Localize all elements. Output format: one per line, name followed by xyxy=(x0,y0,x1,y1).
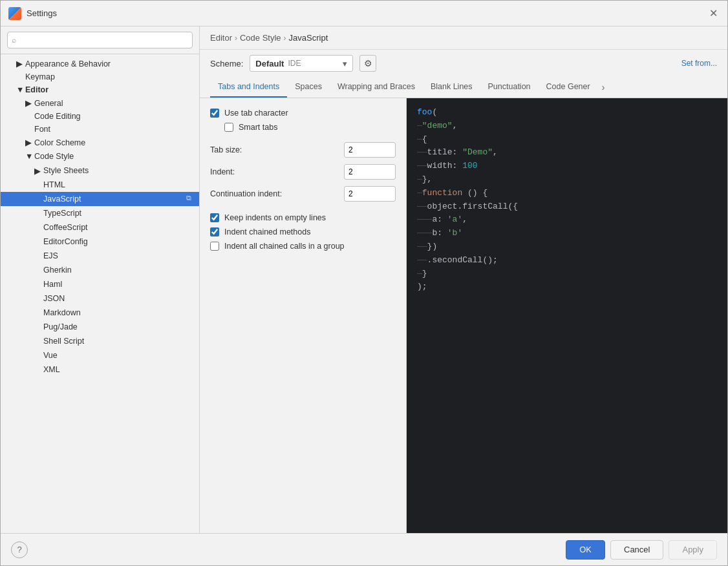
indent-input[interactable] xyxy=(344,164,396,180)
breadcrumb: Editor › Code Style › JavaScript xyxy=(200,26,727,50)
search-input[interactable] xyxy=(7,32,193,48)
tabs-row: Tabs and Indents Spaces Wrapping and Bra… xyxy=(200,77,727,98)
sidebar-item-label: Gherkin xyxy=(43,266,184,275)
sidebar-item-json[interactable]: JSON ⧉ xyxy=(1,291,199,306)
tab-spaces[interactable]: Spaces xyxy=(287,77,330,98)
sidebar-item-pug-jade[interactable]: Pug/Jade ⧉ xyxy=(1,320,199,334)
scheme-dropdown[interactable]: Default IDE ▾ xyxy=(250,55,353,72)
code-preview: foo( —"demo", —{ ——title: "Demo", ——widt… xyxy=(407,98,727,533)
apply-button[interactable]: Apply xyxy=(669,540,717,560)
checkbox-keep-indents[interactable]: Keep indents on empty lines xyxy=(210,213,396,222)
keep-indents-label: Keep indents on empty lines xyxy=(224,213,326,222)
code-line: —function () { xyxy=(417,187,717,200)
arrow-icon: ▶ xyxy=(16,59,25,68)
sidebar-item-gherkin[interactable]: Gherkin ⧉ xyxy=(1,263,199,277)
arrow-icon: ▶ xyxy=(34,166,43,176)
tab-size-input[interactable] xyxy=(344,142,396,158)
help-icon: ? xyxy=(17,545,21,554)
sidebar-item-shell-script[interactable]: Shell Script ⧉ xyxy=(1,334,199,348)
use-tab-checkbox[interactable] xyxy=(210,109,219,118)
sidebar-item-appearance[interactable]: ▶ Appearance & Behavior xyxy=(1,57,199,70)
keep-indents-checkbox[interactable] xyxy=(210,213,219,222)
ok-button[interactable]: OK xyxy=(566,540,605,560)
tab-size-label: Tab size: xyxy=(210,145,339,154)
sidebar-item-haml[interactable]: Haml ⧉ xyxy=(1,277,199,291)
arrow-icon: ▼ xyxy=(25,152,34,161)
sidebar-item-label: Code Editing xyxy=(34,112,194,121)
sidebar-item-label: TypeScript xyxy=(43,209,184,218)
code-line: —"demo", xyxy=(417,120,717,133)
code-line: —}, xyxy=(417,173,717,187)
sidebar-item-xml[interactable]: XML ⧉ xyxy=(1,362,199,377)
scheme-sub: IDE xyxy=(288,59,301,68)
sidebar-item-label: Shell Script xyxy=(43,337,184,346)
indent-chained-checkbox[interactable] xyxy=(210,227,219,236)
sidebar-item-label: Font xyxy=(34,125,194,134)
sidebar-item-editor[interactable]: ▼ Editor xyxy=(1,83,199,96)
code-line: ——.secondCall(); xyxy=(417,254,717,267)
code-line: ——}) xyxy=(417,240,717,254)
scheme-row: Scheme: Default IDE ▾ ⚙ Set from... xyxy=(200,50,727,77)
more-tabs-button[interactable]: › xyxy=(598,77,609,98)
sidebar-item-label: XML xyxy=(43,365,184,374)
set-from-link[interactable]: Set from... xyxy=(681,59,717,68)
tab-tabs-and-indents[interactable]: Tabs and Indents xyxy=(210,77,287,98)
code-line: ———a: 'a', xyxy=(417,213,717,227)
tab-blank-lines[interactable]: Blank Lines xyxy=(423,77,480,98)
code-line: —} xyxy=(417,267,717,281)
use-tab-label: Use tab character xyxy=(224,109,288,118)
sidebar-item-keymap[interactable]: Keymap xyxy=(1,70,199,83)
sidebar-item-color-scheme[interactable]: ▶ Color Scheme xyxy=(1,136,199,149)
sidebar-item-label: Editor xyxy=(25,85,194,94)
sidebar-item-font[interactable]: Font xyxy=(1,123,199,136)
tab-code-generation[interactable]: Code Gener xyxy=(539,77,598,98)
breadcrumb-editor: Editor xyxy=(210,33,232,43)
sidebar-item-label: General xyxy=(34,99,194,108)
indent-chained-label: Indent chained methods xyxy=(224,227,310,236)
continuation-indent-input[interactable] xyxy=(344,186,396,202)
smart-tabs-checkbox[interactable] xyxy=(224,123,233,132)
breadcrumb-javascript: JavaScript xyxy=(289,33,328,43)
checkbox-use-tab[interactable]: Use tab character xyxy=(210,109,396,118)
tab-wrapping-and-braces[interactable]: Wrapping and Braces xyxy=(330,77,423,98)
titlebar: Settings ✕ xyxy=(1,1,727,26)
indent-row: Indent: xyxy=(210,164,396,180)
scheme-label: Scheme: xyxy=(210,59,243,68)
bottom-bar: ? OK Cancel Apply xyxy=(1,533,727,565)
sidebar-item-ejs[interactable]: EJS ⧉ xyxy=(1,249,199,263)
indent-label: Indent: xyxy=(210,167,339,176)
indent-all-chained-checkbox[interactable] xyxy=(210,242,219,251)
close-button[interactable]: ✕ xyxy=(709,8,720,19)
sidebar-item-editorconfig[interactable]: EditorConfig ⧉ xyxy=(1,235,199,249)
sidebar-item-label: JavaScript xyxy=(43,194,184,204)
sidebar-item-code-style[interactable]: ▼ Code Style ⧉ xyxy=(1,149,199,163)
main-panel: Editor › Code Style › JavaScript Scheme:… xyxy=(200,26,727,533)
checkbox-smart-tabs[interactable]: Smart tabs xyxy=(224,123,396,132)
tab-content: Use tab character Smart tabs Tab size: xyxy=(200,98,727,533)
help-button[interactable]: ? xyxy=(11,541,28,558)
sidebar-item-markdown[interactable]: Markdown ⧉ xyxy=(1,306,199,320)
sidebar-item-label: Pug/Jade xyxy=(43,322,184,331)
tabs-panel: Tabs and Indents Spaces Wrapping and Bra… xyxy=(200,77,727,533)
tab-punctuation[interactable]: Punctuation xyxy=(480,77,539,98)
sidebar-item-general[interactable]: ▶ General xyxy=(1,96,199,110)
continuation-indent-row: Continuation indent: xyxy=(210,186,396,202)
code-line: foo( xyxy=(417,106,717,120)
cancel-button[interactable]: Cancel xyxy=(610,540,663,560)
sidebar-item-style-sheets[interactable]: ▶ Style Sheets ⧉ xyxy=(1,163,199,178)
checkbox-indent-all-chained[interactable]: Indent all chained calls in a group xyxy=(210,242,396,251)
sidebar-item-label: JSON xyxy=(43,294,184,303)
sidebar-item-vue[interactable]: Vue ⧉ xyxy=(1,348,199,362)
sidebar-item-html[interactable]: HTML ⧉ xyxy=(1,178,199,192)
sidebar-tree: ▶ Appearance & Behavior Keymap ▼ Editor … xyxy=(1,54,199,533)
gear-button[interactable]: ⚙ xyxy=(359,55,376,72)
sidebar-item-coffeescript[interactable]: CoffeeScript ⧉ xyxy=(1,220,199,235)
app-icon xyxy=(8,7,21,20)
sidebar-item-code-editing[interactable]: Code Editing xyxy=(1,110,199,123)
sidebar-item-label: CoffeeScript xyxy=(43,223,184,232)
sidebar-item-javascript[interactable]: JavaScript ⧉ xyxy=(1,192,199,206)
sidebar-item-typescript[interactable]: TypeScript ⧉ xyxy=(1,206,199,220)
checkbox-indent-chained[interactable]: Indent chained methods xyxy=(210,227,396,236)
code-line: —{ xyxy=(417,133,717,147)
arrow-icon: ▼ xyxy=(16,85,25,94)
